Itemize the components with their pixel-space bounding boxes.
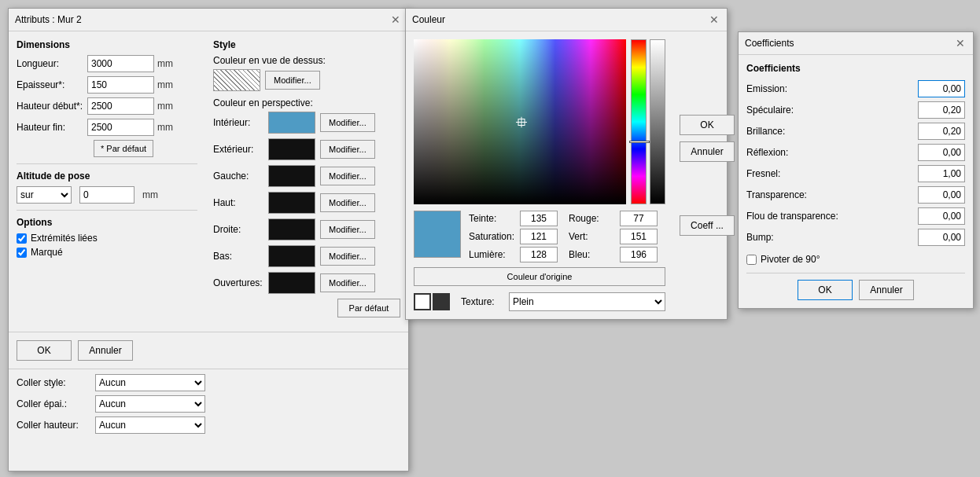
color-info: Teinte: Rouge: Saturation: Vert: bbox=[414, 211, 665, 262]
attributs-title: Attributs : Mur 2 bbox=[15, 14, 82, 25]
coeff-title: Coefficients bbox=[745, 38, 794, 49]
fresnel-input[interactable] bbox=[918, 165, 965, 182]
coeff-annuler-button[interactable]: Annuler bbox=[859, 280, 914, 300]
gauche-modifier-button[interactable]: Modifier... bbox=[320, 167, 375, 185]
brillance-input[interactable] bbox=[918, 123, 965, 140]
fresnel-row: Fresnel: bbox=[746, 165, 965, 182]
speculaire-input[interactable] bbox=[918, 101, 965, 119]
reflexion-input[interactable] bbox=[918, 144, 965, 161]
reflexion-label: Réflexion: bbox=[746, 147, 918, 158]
coeff-close-button[interactable]: ✕ bbox=[954, 37, 967, 50]
longueur-row: Longueur: mm bbox=[17, 55, 197, 72]
hue-slider-thumb bbox=[629, 141, 650, 143]
alpha-slider[interactable] bbox=[650, 39, 665, 204]
saturation-input[interactable] bbox=[520, 229, 558, 244]
altitude-row: sur mm bbox=[17, 186, 197, 204]
hauteur-fin-label: Hauteur fin: bbox=[17, 122, 87, 133]
rouge-input[interactable] bbox=[620, 211, 658, 226]
vert-row: Vert: bbox=[569, 229, 665, 244]
couleur-close-button[interactable]: ✕ bbox=[708, 13, 720, 26]
options-title: Options bbox=[17, 217, 197, 228]
altitude-select[interactable]: sur bbox=[17, 186, 72, 204]
coller-epais-select[interactable]: Aucun bbox=[95, 395, 205, 413]
coeff-section-title: Coefficients bbox=[746, 63, 965, 74]
couleur-origine-button[interactable]: Couleur d'origine bbox=[414, 267, 665, 286]
saturation-row: Saturation: bbox=[469, 229, 566, 244]
ouvertures-label: Ouvertures: bbox=[213, 277, 268, 288]
coller-style-select[interactable]: Aucun bbox=[95, 374, 205, 391]
gauche-label: Gauche: bbox=[213, 171, 268, 182]
hauteur-debut-row: Hauteur début*: mm bbox=[17, 97, 197, 115]
dessus-modifier-button[interactable]: Modifier... bbox=[265, 71, 320, 90]
haut-row: Haut: Modifier... bbox=[213, 192, 400, 214]
haut-modifier-button[interactable]: Modifier... bbox=[320, 193, 375, 212]
interieur-modifier-button[interactable]: Modifier... bbox=[320, 113, 375, 132]
marque-row: Marqué bbox=[17, 247, 197, 258]
exterieur-modifier-button[interactable]: Modifier... bbox=[320, 140, 375, 159]
longueur-label: Longueur: bbox=[17, 58, 87, 69]
altitude-input[interactable] bbox=[79, 186, 134, 204]
hauteur-fin-row: Hauteur fin: mm bbox=[17, 119, 197, 136]
vert-label: Vert: bbox=[569, 231, 620, 242]
emission-input[interactable] bbox=[918, 80, 965, 97]
extremites-label: Extrémités liées bbox=[31, 233, 98, 244]
par-defaut-button[interactable]: * Par défaut bbox=[94, 140, 153, 157]
color-spectrum-container[interactable] bbox=[414, 39, 626, 204]
altitude-title: Altitude de pose bbox=[17, 171, 197, 182]
attributs-dialog: Attributs : Mur 2 ✕ Dimensions Longueur:… bbox=[8, 8, 409, 471]
hauteur-fin-input[interactable] bbox=[87, 119, 154, 136]
attr-annuler-button[interactable]: Annuler bbox=[78, 340, 133, 361]
marque-checkbox[interactable] bbox=[17, 248, 27, 258]
coller-hauteur-select[interactable]: Aucun bbox=[95, 416, 205, 434]
coefficients-dialog: Coefficients ✕ Coefficients Emission: Sp… bbox=[738, 31, 974, 309]
bas-label: Bas: bbox=[213, 251, 268, 262]
couleur-ok-button[interactable]: OK bbox=[680, 115, 735, 135]
gauche-row: Gauche: Modifier... bbox=[213, 165, 400, 187]
couleur-dessus-label: Couleur en vue de dessus: bbox=[213, 55, 400, 66]
bump-input[interactable] bbox=[918, 229, 965, 246]
dessus-color-row: Modifier... bbox=[213, 69, 400, 91]
epaisseur-input[interactable] bbox=[87, 76, 154, 94]
haut-swatch bbox=[268, 192, 315, 214]
spectrum-canvas[interactable] bbox=[414, 39, 626, 204]
extremites-checkbox[interactable] bbox=[17, 233, 27, 244]
couleur-dialog: Couleur ✕ bbox=[405, 8, 728, 320]
hauteur-debut-input[interactable] bbox=[87, 97, 154, 115]
flou-input[interactable] bbox=[918, 207, 965, 225]
couleur-annuler-button[interactable]: Annuler bbox=[680, 141, 735, 162]
longueur-input[interactable] bbox=[87, 55, 154, 72]
coller-style-label: Coller style: bbox=[17, 377, 95, 388]
interieur-row: Intérieur: Modifier... bbox=[213, 112, 400, 134]
droite-modifier-button[interactable]: Modifier... bbox=[320, 220, 375, 239]
coeff-ok-button[interactable]: OK bbox=[798, 280, 853, 300]
rouge-row: Rouge: bbox=[569, 211, 665, 226]
attributs-close-button[interactable]: ✕ bbox=[389, 13, 402, 26]
couleur-side-buttons: OK Annuler Coeff ... bbox=[673, 31, 741, 319]
lumiere-input[interactable] bbox=[520, 247, 558, 262]
emission-label: Emission: bbox=[746, 83, 918, 94]
tex-swatch-empty[interactable] bbox=[414, 293, 431, 310]
par-defaut-style-button[interactable]: Par défaut bbox=[337, 299, 400, 317]
bleu-input[interactable] bbox=[620, 247, 658, 262]
texture-select[interactable]: Plein Hachures Gradient bbox=[509, 292, 665, 311]
transparence-input[interactable] bbox=[918, 186, 965, 204]
couleur-coeff-button[interactable]: Coeff ... bbox=[680, 215, 735, 236]
ouvertures-modifier-button[interactable]: Modifier... bbox=[320, 273, 375, 292]
bump-row: Bump: bbox=[746, 229, 965, 246]
perspective-label: Couleur en perspective: bbox=[213, 97, 400, 108]
teinte-input[interactable] bbox=[520, 211, 558, 226]
pivoter-checkbox[interactable] bbox=[746, 255, 757, 265]
brillance-label: Brillance: bbox=[746, 126, 918, 137]
altitude-unit: mm bbox=[142, 189, 158, 200]
droite-label: Droite: bbox=[213, 224, 268, 235]
vert-input[interactable] bbox=[620, 229, 658, 244]
hue-slider[interactable] bbox=[631, 39, 647, 204]
style-title: Style bbox=[213, 39, 400, 50]
attributs-titlebar: Attributs : Mur 2 ✕ bbox=[9, 9, 408, 31]
bleu-label: Bleu: bbox=[569, 249, 620, 260]
attr-ok-button[interactable]: OK bbox=[17, 340, 72, 361]
pivoter-row: Pivoter de 90° bbox=[746, 254, 965, 265]
bas-modifier-button[interactable]: Modifier... bbox=[320, 247, 375, 266]
tex-swatch-filled[interactable] bbox=[433, 293, 450, 310]
color-preview-swatch bbox=[414, 211, 461, 258]
